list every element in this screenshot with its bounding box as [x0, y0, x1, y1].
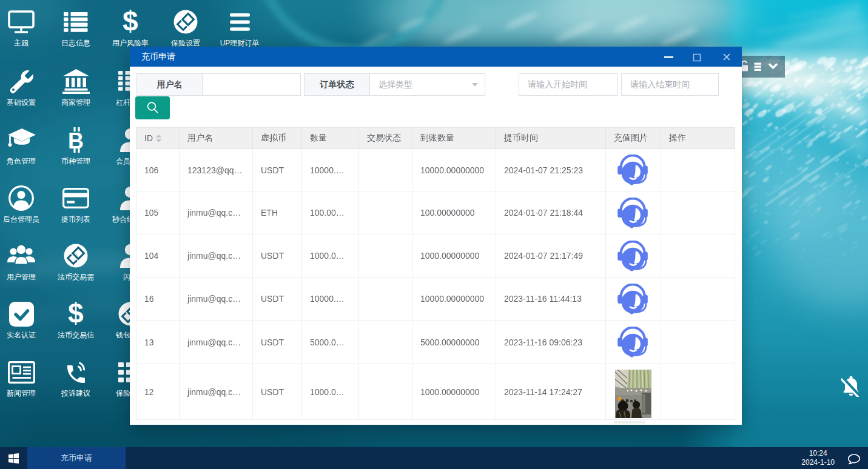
svg-text:$: $ — [68, 301, 84, 327]
svg-text:B: B — [68, 128, 84, 153]
svg-text:$: $ — [123, 9, 138, 35]
